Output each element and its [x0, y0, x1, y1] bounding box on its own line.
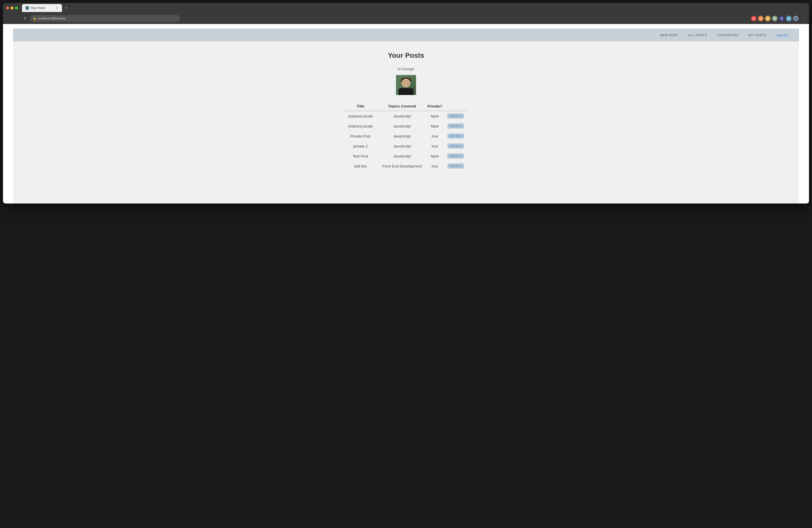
- minimize-button[interactable]: [11, 6, 14, 10]
- avatar-image: [396, 75, 416, 95]
- table-header-row: Title Topics Covered Private?: [344, 104, 468, 111]
- logout-button[interactable]: Log Out: [771, 33, 793, 37]
- col-title: Title: [344, 104, 377, 111]
- col-topics: Topics Covered: [377, 104, 427, 111]
- post-details-cell: DETAILS: [443, 131, 468, 141]
- close-button[interactable]: [6, 6, 9, 10]
- page-body: Your Posts Hi George! Title Top: [13, 42, 799, 181]
- top-spacer: [3, 24, 809, 29]
- post-private: false: [426, 151, 443, 161]
- page-title: Your Posts: [388, 52, 424, 59]
- post-title: Test Post: [344, 151, 377, 161]
- nav-favourites[interactable]: FAVOURITES: [712, 33, 743, 37]
- post-details-cell: DETAILS: [443, 121, 468, 131]
- post-private: false: [426, 111, 443, 121]
- tab-favicon: 🌐: [26, 6, 29, 10]
- nav-new-post[interactable]: NEW POST: [655, 33, 683, 37]
- details-button[interactable]: DETAILS: [448, 114, 464, 118]
- ext-btn-3[interactable]: M: [765, 16, 770, 21]
- post-title: (req/res).locals: [344, 111, 377, 121]
- user-avatar: [396, 75, 416, 95]
- col-private: Private?: [426, 104, 443, 111]
- nav-my-posts[interactable]: MY POSTS: [744, 33, 771, 37]
- post-details-cell: DETAILS: [443, 161, 468, 171]
- user-avatar-ext[interactable]: 👤: [793, 16, 798, 21]
- browser-window: 🌐 Your Posts ✕ + ⌄ ← → ↻ 🔒 localhost:300…: [3, 3, 809, 204]
- post-topics: JavaScript: [377, 111, 427, 121]
- active-tab[interactable]: 🌐 Your Posts ✕: [22, 4, 62, 12]
- ext-btn-6[interactable]: ✦: [786, 16, 792, 21]
- lock-icon: 🔒: [33, 17, 37, 20]
- tab-title: Your Posts: [30, 6, 45, 10]
- details-button[interactable]: DETAILS: [448, 133, 464, 138]
- table-row: edit thisFront End DevelopmenttrueDETAIL…: [344, 161, 468, 171]
- address-bar[interactable]: 🔒 localhost:3000/posts: [30, 15, 180, 22]
- post-title: Private Post: [344, 131, 377, 141]
- post-title: (req/res).locals: [344, 121, 377, 131]
- details-button[interactable]: DETAILS: [448, 144, 464, 148]
- post-topics: JavaScript: [377, 121, 427, 131]
- browser-titlebar: 🌐 Your Posts ✕ + ⌄: [3, 3, 809, 13]
- col-actions: [443, 104, 468, 111]
- nav-all-posts[interactable]: ALL POSTS: [683, 33, 712, 37]
- post-title: edit this: [344, 161, 377, 171]
- post-topics: Front End Development: [377, 161, 427, 171]
- post-details-cell: DETAILS: [443, 151, 468, 161]
- table-row: (req/res).localsJavaScriptfalseDETAILS: [344, 121, 468, 131]
- browser-tabs: 🌐 Your Posts ✕ +: [22, 4, 801, 12]
- ext-btn-1[interactable]: W: [751, 16, 756, 21]
- table-body: (req/res).localsJavaScriptfalseDETAILS(r…: [344, 111, 468, 171]
- posts-table: Title Topics Covered Private? (req/res).…: [344, 104, 468, 171]
- browser-extensions: W F M R B ✦ 👤 ⋮: [751, 15, 806, 21]
- avatar-face: [402, 78, 410, 88]
- table-row: Test PostJavaScriptfalseDETAILS: [344, 151, 468, 161]
- post-private: true: [426, 141, 443, 151]
- details-button[interactable]: DETAILS: [448, 153, 464, 159]
- maximize-button[interactable]: [15, 6, 18, 10]
- forward-button[interactable]: →: [14, 15, 20, 21]
- post-title: private 2: [344, 141, 377, 151]
- post-topics: JavaScript: [377, 131, 427, 141]
- post-private: true: [426, 161, 443, 171]
- details-button[interactable]: DETAILS: [448, 163, 464, 168]
- post-topics: JavaScript: [377, 141, 427, 151]
- ext-btn-5[interactable]: B: [779, 16, 784, 21]
- details-button[interactable]: DETAILS: [448, 123, 464, 129]
- browser-addressbar: ← → ↻ 🔒 localhost:3000/posts W F M R B ✦…: [3, 13, 809, 24]
- browser-menu-button[interactable]: ⋮: [800, 15, 806, 21]
- table-header: Title Topics Covered Private?: [344, 104, 468, 111]
- app-container: NEW POST ALL POSTS FAVOURITES MY POSTS L…: [13, 29, 799, 204]
- tab-close-button[interactable]: ✕: [55, 6, 58, 10]
- post-details-cell: DETAILS: [443, 141, 468, 151]
- post-topics: JavaScript: [377, 151, 427, 161]
- ext-btn-4[interactable]: R: [772, 16, 778, 21]
- avatar-body: [398, 88, 414, 95]
- tab-menu-button[interactable]: ⌄: [803, 6, 806, 10]
- main-navbar: NEW POST ALL POSTS FAVOURITES MY POSTS L…: [13, 29, 799, 42]
- table-row: Private PostJavaScripttrueDETAILS: [344, 131, 468, 141]
- post-private: true: [426, 131, 443, 141]
- browser-content: NEW POST ALL POSTS FAVOURITES MY POSTS L…: [3, 24, 809, 204]
- post-private: false: [426, 121, 443, 131]
- traffic-lights: [6, 6, 18, 10]
- new-tab-button[interactable]: +: [63, 4, 70, 12]
- url-text: localhost:3000/posts: [38, 17, 65, 20]
- reload-button[interactable]: ↻: [22, 15, 28, 21]
- post-details-cell: DETAILS: [443, 111, 468, 121]
- back-button[interactable]: ←: [6, 15, 12, 21]
- ext-btn-2[interactable]: F: [758, 16, 764, 21]
- table-row: private 2JavaScripttrueDETAILS: [344, 141, 468, 151]
- user-greeting: Hi George!: [397, 67, 415, 71]
- table-row: (req/res).localsJavaScriptfalseDETAILS: [344, 111, 468, 121]
